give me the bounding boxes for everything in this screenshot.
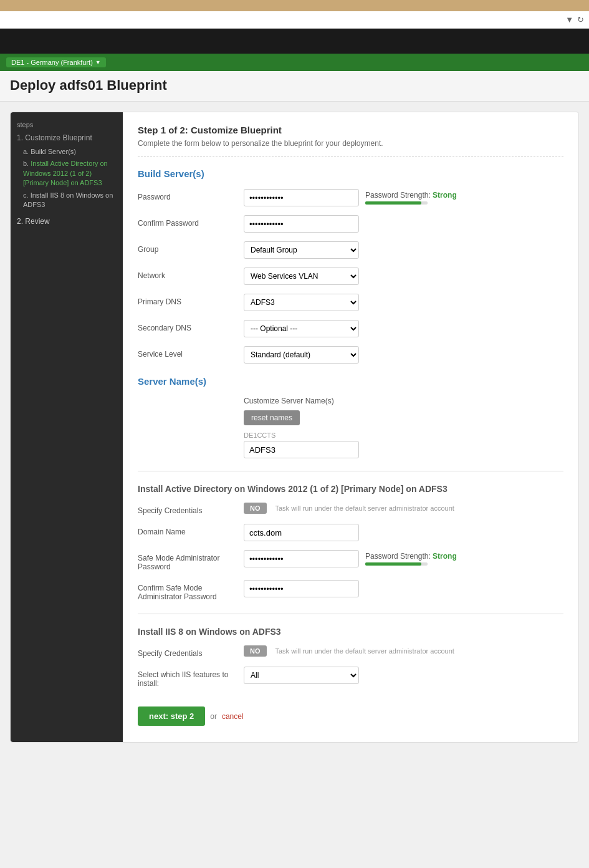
app-header — [0, 29, 589, 54]
confirm-password-field — [244, 215, 563, 233]
service-level-field: Standard (default) — [244, 346, 563, 364]
sidebar-item-install-ad[interactable]: b. Install Active Directory on Windows 2… — [23, 158, 117, 189]
specify-credentials-ad-hint: Task will run under the default server a… — [275, 504, 454, 512]
sidebar: steps 1. Customize Blueprint a. Build Se… — [11, 112, 123, 742]
safe-mode-pwd-field: Password Strength: Strong — [244, 550, 563, 567]
group-label: Group — [138, 241, 244, 254]
nav-refresh-icon[interactable]: ↻ — [577, 15, 584, 24]
confirm-safe-mode-row: Confirm Safe Mode Administrator Password — [138, 580, 563, 601]
domain-name-input[interactable] — [244, 524, 359, 541]
sidebar-sub-items: a. Build Server(s) b. Install Active Dir… — [17, 146, 117, 211]
region-badge[interactable]: DE1 - Germany (Frankfurt) — [6, 57, 106, 67]
secondary-dns-row: Secondary DNS --- Optional --- — [138, 320, 563, 337]
group-select[interactable]: Default Group — [244, 241, 359, 259]
or-text: or — [210, 712, 217, 721]
password-input[interactable] — [244, 189, 359, 206]
safe-mode-strength-bar — [365, 562, 428, 566]
main-layout: steps 1. Customize Blueprint a. Build Se… — [10, 112, 579, 743]
network-select[interactable]: Web Services VLAN — [244, 268, 359, 285]
confirm-safe-mode-field — [244, 580, 563, 597]
cancel-link[interactable]: cancel — [222, 712, 244, 721]
domain-name-field — [244, 524, 563, 541]
browser-nav-bar: ▼ ↻ — [0, 11, 589, 29]
main-content: Step 1 of 2: Customize Blueprint Complet… — [123, 112, 578, 742]
sidebar-item-install-iis[interactable]: c. Install IIS 8 on Windows on ADFS3 — [23, 190, 117, 211]
sidebar-item-build-server[interactable]: a. Build Server(s) — [23, 146, 117, 158]
password-strength-text: Password Strength: Strong — [365, 191, 457, 200]
confirm-password-row: Confirm Password — [138, 215, 563, 233]
sidebar-step1-title: 1. Customize Blueprint — [17, 133, 117, 142]
server-input-label: DE1CCTS — [244, 432, 275, 439]
browser-top-bar — [0, 0, 589, 11]
password-label: Password — [138, 189, 244, 201]
build-server-title: Build Server(s) — [138, 168, 563, 179]
service-level-select[interactable]: Standard (default) — [244, 346, 359, 364]
secondary-dns-select[interactable]: --- Optional --- — [244, 320, 359, 337]
next-step-button[interactable]: next: step 2 — [138, 706, 205, 726]
bottom-bar: next: step 2 or cancel — [138, 697, 563, 730]
group-row: Group Default Group — [138, 241, 563, 259]
sidebar-step2: 2. Review — [17, 217, 117, 226]
specify-credentials-iis-label: Specify Credentials — [138, 645, 244, 658]
section-separator-1 — [138, 471, 563, 471]
network-row: Network Web Services VLAN — [138, 268, 563, 285]
confirm-password-label: Confirm Password — [138, 215, 244, 228]
secondary-dns-field: --- Optional --- — [244, 320, 563, 337]
iis-features-field: All — [244, 667, 563, 684]
confirm-safe-mode-label: Confirm Safe Mode Administrator Password — [138, 580, 244, 601]
page-title: Deploy adfs01 Blueprint — [10, 77, 579, 94]
iis-features-label: Select which IIS features to install: — [138, 667, 244, 688]
safe-mode-strength-bar-fill — [365, 562, 421, 566]
step-subtext: Complete the form below to personalize t… — [138, 139, 563, 148]
secondary-dns-label: Secondary DNS — [138, 320, 244, 332]
password-field: Password Strength: Strong — [244, 189, 563, 206]
page-title-area: Deploy adfs01 Blueprint — [0, 71, 589, 102]
service-level-row: Service Level Standard (default) — [138, 346, 563, 364]
reset-names-button[interactable]: reset names — [244, 410, 300, 425]
primary-dns-select[interactable]: ADFS3 — [244, 294, 359, 311]
safe-mode-pwd-input[interactable] — [244, 550, 359, 567]
password-row: Password Password Strength: Strong — [138, 189, 563, 206]
customize-server-names-label: Customize Server Name(s) — [244, 397, 334, 405]
strength-bar-fill — [365, 201, 421, 205]
server-names-inner: Customize Server Name(s) reset names DE1… — [244, 397, 563, 458]
confirm-safe-mode-input[interactable] — [244, 580, 359, 597]
step-heading: Step 1 of 2: Customize Blueprint — [138, 125, 563, 135]
primary-dns-field: ADFS3 — [244, 294, 563, 311]
primary-dns-label: Primary DNS — [138, 294, 244, 306]
specify-credentials-ad-label: Specify Credentials — [138, 503, 244, 515]
safe-mode-pwd-row: Safe Mode Administrator Password Passwor… — [138, 550, 563, 571]
install-ad-title: Install Active Directory on Windows 2012… — [138, 484, 563, 494]
specify-credentials-iis-toggle[interactable]: NO — [244, 645, 267, 657]
iis-features-row: Select which IIS features to install: Al… — [138, 667, 563, 688]
domain-name-row: Domain Name — [138, 524, 563, 541]
specify-credentials-iis-hint: Task will run under the default server a… — [275, 647, 454, 655]
domain-name-label: Domain Name — [138, 524, 244, 536]
specify-credentials-iis-field: NO Task will run under the default serve… — [244, 645, 563, 657]
group-field: Default Group — [244, 241, 563, 259]
specify-credentials-ad-field: NO Task will run under the default serve… — [244, 503, 563, 514]
server-names-title: Server Name(s) — [138, 376, 563, 387]
section-separator-2 — [138, 614, 563, 614]
server-name-input[interactable] — [244, 441, 359, 458]
primary-dns-row: Primary DNS ADFS3 — [138, 294, 563, 311]
service-level-label: Service Level — [138, 346, 244, 359]
nav-dropdown-icon[interactable]: ▼ — [565, 15, 573, 24]
confirm-password-input[interactable] — [244, 215, 359, 233]
server-names-section: Server Name(s) Customize Server Name(s) … — [138, 376, 563, 458]
specify-credentials-ad-toggle[interactable]: NO — [244, 503, 267, 514]
iis-features-select[interactable]: All — [244, 667, 359, 684]
strength-bar — [365, 201, 428, 205]
specify-credentials-iis-row: Specify Credentials NO Task will run und… — [138, 645, 563, 658]
network-field: Web Services VLAN — [244, 268, 563, 285]
network-label: Network — [138, 268, 244, 280]
app-subheader: DE1 - Germany (Frankfurt) — [0, 54, 589, 71]
safe-mode-pwd-label: Safe Mode Administrator Password — [138, 550, 244, 571]
sidebar-steps-label: steps — [17, 121, 117, 128]
section-divider-top — [138, 157, 563, 157]
install-iis-title: Install IIS 8 on Windows on ADFS3 — [138, 627, 563, 637]
safe-mode-strength-text: Password Strength: Strong — [365, 552, 457, 561]
specify-credentials-ad-row: Specify Credentials NO Task will run und… — [138, 503, 563, 515]
